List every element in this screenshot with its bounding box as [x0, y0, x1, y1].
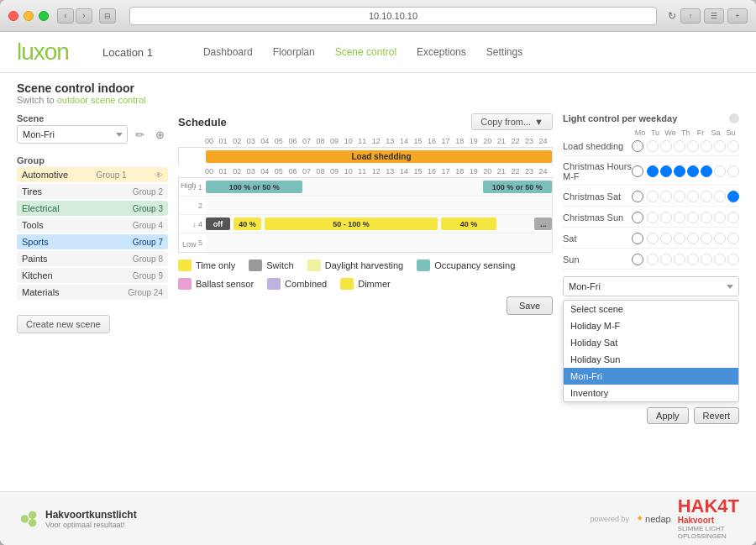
dot-we[interactable]: [674, 254, 685, 265]
row3-track[interactable]: off 40 % 50 - 100 % 40 %: [206, 215, 552, 233]
xmas-mf-radio[interactable]: [632, 165, 643, 177]
dot-we[interactable]: [674, 191, 685, 202]
address-bar[interactable]: 10.10.10.10: [129, 7, 657, 25]
dot-su[interactable]: [727, 233, 739, 244]
copy-from-button[interactable]: Copy from... ▼: [471, 113, 553, 130]
outdoor-link[interactable]: outdoor scene control: [57, 95, 146, 105]
group-item-paints[interactable]: Paints Group 8: [17, 251, 168, 266]
maximize-button[interactable]: [39, 11, 49, 21]
url-text: 10.10.10.10: [369, 11, 417, 21]
row5-track[interactable]: [206, 233, 552, 252]
dot-tu[interactable]: [660, 212, 672, 223]
dot-fr[interactable]: [701, 254, 712, 265]
dot-we[interactable]: [674, 212, 685, 223]
legend-daylight-color: [307, 259, 321, 271]
row1-track[interactable]: 100 % or 50 % 100 % or 50 %: [206, 178, 552, 196]
group-item-automotive[interactable]: Automotive Group 1 👁: [17, 167, 168, 182]
group-item-kitchen[interactable]: Kitchen Group 9: [17, 268, 168, 283]
nav-settings[interactable]: Settings: [486, 46, 522, 58]
loadshed-radio[interactable]: [632, 140, 643, 152]
group-item-tires[interactable]: Tires Group 2: [17, 184, 168, 199]
nav-floorplan[interactable]: Floorplan: [273, 46, 315, 58]
dot-sa[interactable]: [714, 212, 726, 223]
dropdown-item-inventory[interactable]: Inventory: [564, 385, 738, 401]
dot-sa[interactable]: [714, 140, 726, 152]
row2-track[interactable]: [206, 197, 552, 214]
dropdown-item-select-scene[interactable]: Select scene: [564, 301, 738, 317]
select-scene-dropdown[interactable]: Select scene Holiday M-F Holiday Sat Hol…: [563, 276, 739, 296]
dot-th[interactable]: [687, 191, 699, 202]
dot-th[interactable]: [687, 212, 699, 223]
forward-button[interactable]: ›: [76, 8, 92, 24]
dropdown-item-holiday-sun[interactable]: Holiday Sun: [564, 351, 738, 368]
edit-icon[interactable]: ✏: [131, 126, 148, 143]
dot-th[interactable]: [687, 233, 699, 244]
hak-desc-label: SLIMME LICHT OPLOSSINGEN: [678, 525, 739, 540]
dot-su[interactable]: [727, 191, 739, 202]
dot-su[interactable]: [727, 140, 739, 152]
dot-tu[interactable]: [660, 233, 672, 244]
dot-mo[interactable]: [647, 191, 659, 202]
dot-mo[interactable]: [647, 233, 659, 244]
dot-sa[interactable]: [714, 191, 726, 202]
dropdown-item-mon-fri[interactable]: Mon-Fri: [564, 368, 738, 385]
minimize-button[interactable]: [24, 11, 34, 21]
row4-dots-bar: ...: [534, 217, 552, 230]
reload-button[interactable]: ↻: [664, 8, 680, 24]
back-button[interactable]: ‹: [57, 8, 74, 24]
dot-we[interactable]: [674, 165, 685, 177]
group-item-tools[interactable]: Tools Group 4: [17, 217, 168, 233]
dot-mo[interactable]: [647, 165, 659, 177]
dot-th[interactable]: [687, 140, 699, 152]
dot-tu[interactable]: [660, 191, 672, 202]
schedule-row-5: 5: [179, 233, 552, 252]
bookmarks-button[interactable]: ☰: [704, 8, 724, 24]
dot-fr[interactable]: [701, 191, 712, 202]
dot-su[interactable]: [727, 254, 739, 265]
sat-radio[interactable]: [632, 233, 643, 244]
reader-button[interactable]: ⊟: [99, 8, 116, 24]
xmas-sat-radio[interactable]: [632, 191, 643, 202]
group-item-sports[interactable]: Sports Group 7: [17, 234, 168, 249]
dot-tu[interactable]: [660, 140, 672, 152]
nav-exceptions[interactable]: Exceptions: [417, 46, 466, 58]
legend-daylight: Daylight harvesting: [307, 259, 404, 271]
dot-we[interactable]: [674, 233, 685, 244]
close-button[interactable]: [8, 11, 18, 21]
revert-button[interactable]: Revert: [694, 407, 739, 424]
dot-tu[interactable]: [660, 254, 672, 265]
nav-scene-control[interactable]: Scene control: [335, 46, 396, 58]
create-scene-button[interactable]: Create new scene: [17, 315, 110, 333]
share-button[interactable]: ↑: [680, 8, 701, 24]
dot-mo[interactable]: [647, 212, 659, 223]
nav-dashboard[interactable]: Dashboard: [203, 46, 253, 58]
dot-fr[interactable]: [701, 165, 712, 177]
dot-tu[interactable]: [660, 165, 672, 177]
dot-fr[interactable]: [701, 212, 712, 223]
group-item-electrical[interactable]: Electrical Group 3: [17, 201, 168, 216]
group-item-materials[interactable]: Materials Group 24: [17, 285, 168, 300]
copy-icon[interactable]: ⊕: [151, 126, 168, 143]
group-section: Group Automotive Group 1 👁 Tires Group 2…: [17, 155, 168, 301]
dot-su[interactable]: [727, 165, 739, 177]
loadshed-track[interactable]: Load shedding: [206, 148, 552, 165]
dot-fr[interactable]: [701, 140, 712, 152]
xmas-sun-radio[interactable]: [632, 212, 643, 223]
dot-sa[interactable]: [714, 165, 726, 177]
save-button[interactable]: Save: [507, 296, 553, 315]
new-tab-button[interactable]: +: [727, 8, 748, 24]
dot-th[interactable]: [687, 254, 699, 265]
dropdown-item-holiday-mf[interactable]: Holiday M-F: [564, 317, 738, 334]
dot-mo[interactable]: [647, 140, 659, 152]
dot-th[interactable]: [687, 165, 699, 177]
dot-we[interactable]: [674, 140, 685, 152]
dot-su[interactable]: [727, 212, 739, 223]
dot-fr[interactable]: [701, 233, 712, 244]
dot-sa[interactable]: [714, 254, 726, 265]
dropdown-item-holiday-sat[interactable]: Holiday Sat: [564, 334, 738, 351]
scene-select[interactable]: Mon-Fri: [17, 125, 128, 144]
dot-mo[interactable]: [647, 254, 659, 265]
sun-radio[interactable]: [632, 254, 643, 265]
dot-sa[interactable]: [714, 233, 726, 244]
apply-button[interactable]: Apply: [647, 407, 689, 424]
